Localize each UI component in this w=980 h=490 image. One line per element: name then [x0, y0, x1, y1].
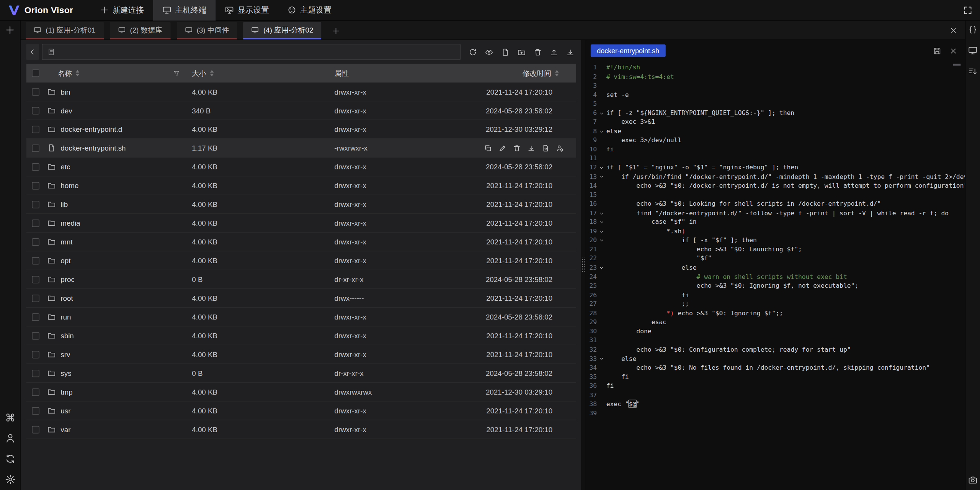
fold-chevron-icon[interactable] [597, 109, 606, 118]
copy-icon[interactable] [484, 144, 492, 152]
column-header-size[interactable]: 大小 [192, 69, 206, 78]
monitor-icon[interactable] [968, 46, 977, 55]
back-button[interactable] [26, 44, 39, 60]
code-line[interactable]: 31 [588, 336, 965, 345]
code-line[interactable]: 6if [ -z "${NGINX_ENTRYPOINT_QUIET_LOGS:… [588, 109, 965, 118]
file-name[interactable]: var [60, 426, 70, 433]
file-name[interactable]: media [60, 219, 80, 227]
code-line[interactable]: 8else [588, 127, 965, 136]
terminal-tab-2[interactable]: (2) 数据库 [110, 22, 170, 39]
row-checkbox[interactable] [32, 200, 39, 208]
row-checkbox[interactable] [32, 369, 39, 377]
code-line[interactable]: 32 echo >&3 "$0: Configuration complete;… [588, 345, 965, 354]
nav-item-display-settings[interactable]: 显示设置 [216, 0, 278, 20]
file-row[interactable]: tmp4.00 KBdrwxrwxrwx2021-12-30 03:29:10 [26, 383, 577, 402]
code-line[interactable]: 24 # warn on shell scripts without exec … [588, 272, 965, 282]
file-name[interactable]: root [60, 294, 73, 302]
file-row[interactable]: sbin4.00 KBdrwxr-xr-x2021-11-24 17:20:10 [26, 326, 577, 345]
save-icon[interactable] [933, 47, 941, 55]
file-name[interactable]: docker-entrypoint.d [60, 125, 122, 133]
fold-chevron-icon[interactable] [597, 218, 606, 227]
file-name[interactable]: usr [60, 407, 70, 415]
code-line[interactable]: 37 [588, 391, 965, 400]
row-checkbox[interactable] [32, 163, 39, 170]
file-row[interactable]: docker-entrypoint.sh1.17 KB-rwxrwxr-x [26, 139, 577, 157]
sort-mtime-icon[interactable] [555, 70, 559, 76]
row-checkbox[interactable] [32, 313, 39, 321]
column-header-name[interactable]: 名称 [57, 69, 72, 78]
terminal-tab-4[interactable]: (4) 应用-分析02 [243, 22, 322, 39]
code-line[interactable]: 15 [588, 190, 965, 200]
code-line[interactable]: 10fi [588, 145, 965, 154]
trash-icon[interactable] [534, 48, 542, 56]
command-icon[interactable] [5, 412, 15, 423]
fold-chevron-icon[interactable] [597, 354, 606, 364]
upload-icon[interactable] [550, 48, 558, 56]
user-icon[interactable] [5, 433, 15, 443]
add-tab-button[interactable] [328, 22, 344, 39]
row-checkbox[interactable] [32, 332, 39, 339]
terminal-tab-3[interactable]: (3) 中间件 [176, 22, 237, 39]
fold-chevron-icon[interactable] [597, 163, 606, 172]
close-editor-icon[interactable] [949, 47, 957, 55]
file-row[interactable]: srv4.00 KBdrwxr-xr-x2021-11-24 17:20:10 [26, 345, 577, 364]
row-checkbox[interactable] [32, 238, 39, 246]
file-row[interactable]: home4.00 KBdrwxr-xr-x2021-11-24 17:20:10 [26, 176, 577, 195]
filter-icon[interactable] [173, 70, 180, 77]
plus-icon[interactable] [5, 25, 15, 35]
sync-icon[interactable] [5, 453, 15, 464]
move-icon[interactable] [542, 144, 550, 152]
scrollbar-thumb[interactable] [953, 64, 961, 66]
code-editor[interactable]: 1#!/bin/sh2# vim:sw=4:ts=4:et34set -e56i… [586, 61, 965, 490]
file-name[interactable]: sys [60, 369, 71, 377]
path-input[interactable] [42, 44, 461, 60]
row-checkbox[interactable] [32, 257, 39, 264]
file-name[interactable]: lib [60, 200, 68, 208]
fold-chevron-icon[interactable] [597, 263, 606, 272]
row-checkbox[interactable] [32, 88, 39, 95]
sort-size-icon[interactable] [210, 70, 214, 76]
file-name[interactable]: home [60, 182, 78, 189]
row-checkbox[interactable] [32, 125, 39, 133]
fold-chevron-icon[interactable] [597, 172, 606, 182]
file-name[interactable]: etc [60, 163, 70, 170]
code-line[interactable]: 29 esac [588, 318, 965, 327]
file-row[interactable]: docker-entrypoint.d4.00 KBdrwxr-xr-x2021… [26, 120, 577, 139]
close-sftp-button[interactable] [949, 26, 957, 34]
code-line[interactable]: 2# vim:sw=4:ts=4:et [588, 72, 965, 82]
fold-chevron-icon[interactable] [597, 236, 606, 245]
row-checkbox[interactable] [32, 107, 39, 114]
file-name[interactable]: run [60, 313, 71, 321]
code-line[interactable]: 1#!/bin/sh [588, 63, 965, 72]
row-checkbox[interactable] [32, 182, 39, 189]
download-icon[interactable] [528, 144, 535, 152]
code-line[interactable]: 25 echo >&3 "$0: Ignoring $f, not execut… [588, 282, 965, 291]
code-line[interactable]: 12if [ "$1" = "nginx" -o "$1" = "nginx-d… [588, 163, 965, 172]
code-line[interactable]: 13 if /usr/bin/find "/docker-entrypoint.… [588, 172, 965, 182]
refresh-icon[interactable] [469, 48, 477, 56]
file-row[interactable]: run4.00 KBdrwxr-xr-x2024-05-28 23:58:02 [26, 308, 577, 326]
file-row[interactable]: dev340 Bdrwxr-xr-x2024-05-28 23:58:02 [26, 101, 577, 120]
code-line[interactable]: 38exec "$@" [588, 400, 965, 409]
code-line[interactable]: 39 [588, 409, 965, 418]
file-name[interactable]: tmp [60, 388, 72, 396]
code-line[interactable]: 19 *.sh) [588, 227, 965, 236]
new-file-icon[interactable] [501, 48, 509, 56]
file-name[interactable]: opt [60, 257, 70, 264]
code-line[interactable]: 4set -e [588, 90, 965, 100]
code-line[interactable]: 5 [588, 100, 965, 109]
nav-item-new-connection[interactable]: 新建连接 [91, 0, 153, 20]
braces-icon[interactable] [968, 25, 977, 34]
fold-chevron-icon[interactable] [597, 127, 606, 136]
sort-name-icon[interactable] [76, 70, 80, 76]
panel-resizer[interactable] [581, 40, 585, 490]
code-line[interactable]: 7 exec 3>&1 [588, 118, 965, 127]
code-line[interactable]: 30 done [588, 327, 965, 336]
fold-chevron-icon[interactable] [597, 227, 606, 236]
file-name[interactable]: srv [60, 351, 70, 358]
editor-file-tab[interactable]: docker-entrypoint.sh [591, 44, 665, 57]
sort-icon[interactable] [968, 66, 977, 75]
new-folder-icon[interactable] [518, 48, 526, 56]
code-line[interactable]: 22 "$f" [588, 254, 965, 264]
code-line[interactable]: 34 echo >&3 "$0: No files found in /dock… [588, 364, 965, 373]
